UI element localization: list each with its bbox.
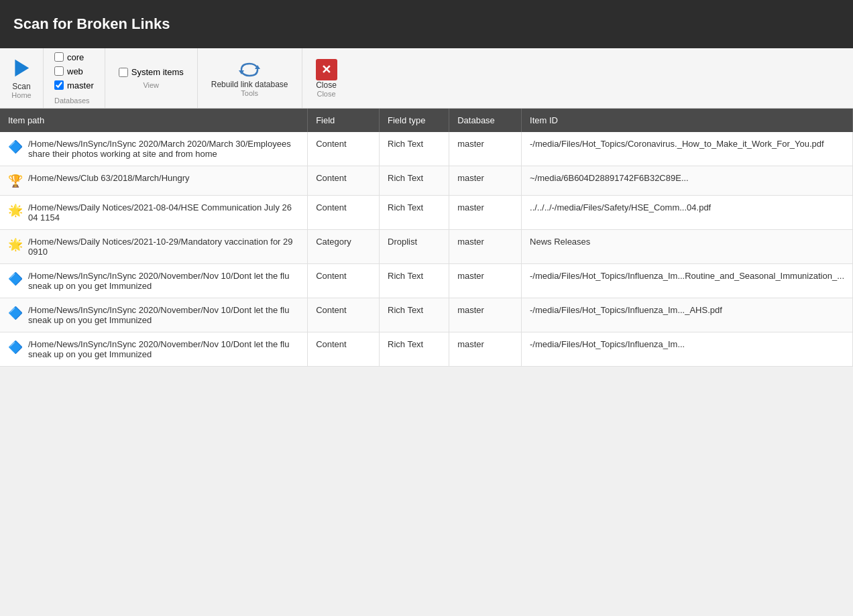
- item-path-text: /Home/News/Daily Notices/2021-08-04/HSE …: [28, 202, 299, 223]
- row-icon: 🔷: [8, 306, 23, 320]
- cell-item-path: 🔷/Home/News/InSync/InSync 2020/November/…: [0, 298, 308, 332]
- row-icon: 🔷: [8, 139, 23, 154]
- cell-database: master: [449, 332, 522, 367]
- table-row[interactable]: 🔷/Home/News/InSync/InSync 2020/March 202…: [0, 132, 853, 166]
- results-table-container: Item path Field Field type Database Item…: [0, 109, 853, 367]
- tools-label: Tools: [241, 89, 258, 97]
- row-icon: 🔷: [8, 340, 23, 355]
- core-label: core: [67, 52, 84, 62]
- web-checkbox-label[interactable]: web: [54, 66, 83, 76]
- web-label: web: [67, 66, 83, 76]
- close-label: Close: [316, 80, 337, 90]
- rebuild-label: Rebuild link database: [211, 80, 288, 89]
- item-path-text: /Home/News/Daily Notices/2021-10-29/Mand…: [28, 237, 299, 257]
- cell-item-path: 🔷/Home/News/InSync/InSync 2020/November/…: [0, 264, 308, 298]
- core-checkbox[interactable]: [54, 52, 64, 62]
- scan-sublabel: Home: [11, 91, 31, 99]
- table-header-row: Item path Field Field type Database Item…: [0, 109, 853, 132]
- cell-item-id: News Releases: [522, 230, 853, 264]
- col-header-item-path: Item path: [0, 109, 308, 132]
- close-button[interactable]: ✕ Close Close: [302, 48, 351, 108]
- row-icon: 🏆: [8, 174, 23, 188]
- cell-item-id: ../../../-/media/Files/Safety/HSE_Comm..…: [522, 196, 853, 230]
- row-icon: 🌟: [8, 237, 23, 252]
- item-path-text: /Home/News/InSync/InSync 2020/November/N…: [28, 305, 299, 325]
- cell-database: master: [449, 132, 522, 166]
- cell-item-path: 🌟/Home/News/Daily Notices/2021-08-04/HSE…: [0, 196, 308, 230]
- rebuild-button[interactable]: Rebuild link database Tools: [198, 48, 302, 108]
- web-checkbox[interactable]: [54, 66, 64, 76]
- table-row[interactable]: 🔷/Home/News/InSync/InSync 2020/November/…: [0, 298, 853, 332]
- results-table: Item path Field Field type Database Item…: [0, 109, 853, 367]
- toolbar: Scan Home core web master Databases Syst…: [0, 48, 853, 109]
- databases-label: Databases: [54, 97, 94, 105]
- cell-item-id: -/media/Files/Hot_Topics/Influenza_Im...…: [522, 264, 853, 298]
- item-path-text: /Home/News/InSync/InSync 2020/November/N…: [28, 339, 299, 359]
- cell-field: Content: [308, 166, 380, 196]
- system-items-checkbox[interactable]: [119, 68, 128, 77]
- cell-field: Category: [308, 230, 380, 264]
- cell-field-type: Rich Text: [380, 196, 449, 230]
- cell-field-type: Rich Text: [380, 166, 449, 196]
- cell-field: Content: [308, 332, 380, 367]
- databases-section: core web master Databases: [44, 48, 105, 108]
- row-icon: 🌟: [8, 203, 23, 218]
- cell-database: master: [449, 298, 522, 332]
- table-row[interactable]: 🔷/Home/News/InSync/InSync 2020/November/…: [0, 332, 853, 367]
- cell-database: master: [449, 166, 522, 196]
- cell-item-id: -/media/Files/Hot_Topics/Influenza_Im...: [522, 332, 853, 367]
- table-row[interactable]: 🌟/Home/News/Daily Notices/2021-08-04/HSE…: [0, 196, 853, 230]
- cell-item-path: 🏆/Home/News/Club 63/2018/March/Hungry: [0, 166, 308, 196]
- cell-database: master: [449, 264, 522, 298]
- item-path-text: /Home/News/InSync/InSync 2020/November/N…: [28, 271, 299, 291]
- cell-field: Content: [308, 196, 380, 230]
- rebuild-icon: [237, 60, 262, 80]
- view-label: View: [143, 81, 159, 89]
- scan-button[interactable]: Scan Home: [0, 48, 44, 108]
- cell-field-type: Rich Text: [380, 298, 449, 332]
- col-header-field: Field: [308, 109, 380, 132]
- master-checkbox-label[interactable]: master: [54, 80, 94, 90]
- system-items-label[interactable]: System items: [119, 67, 184, 77]
- col-header-database: Database: [449, 109, 522, 132]
- cell-field-type: Rich Text: [380, 132, 449, 166]
- cell-database: master: [449, 196, 522, 230]
- item-path-text: /Home/News/Club 63/2018/March/Hungry: [28, 173, 190, 183]
- system-items-text: System items: [131, 67, 184, 77]
- master-checkbox[interactable]: [54, 80, 64, 90]
- view-section: System items View: [105, 48, 198, 108]
- item-path-text: /Home/News/InSync/InSync 2020/March 2020…: [28, 139, 299, 159]
- close-sublabel: Close: [317, 90, 335, 98]
- title-bar: Scan for Broken Links: [0, 0, 853, 48]
- row-icon: 🔷: [8, 271, 23, 286]
- cell-item-id: -/media/Files/Hot_Topics/Influenza_Im...…: [522, 298, 853, 332]
- page-title: Scan for Broken Links: [13, 15, 170, 33]
- table-row[interactable]: 🏆/Home/News/Club 63/2018/March/HungryCon…: [0, 166, 853, 196]
- cell-item-id: -/media/Files/Hot_Topics/Coronavirus._Ho…: [522, 132, 853, 166]
- cell-field-type: Rich Text: [380, 264, 449, 298]
- cell-field: Content: [308, 298, 380, 332]
- cell-item-path: 🔷/Home/News/InSync/InSync 2020/March 202…: [0, 132, 308, 166]
- scan-label: Scan: [12, 82, 30, 91]
- core-checkbox-label[interactable]: core: [54, 52, 84, 62]
- cell-field-type: Rich Text: [380, 332, 449, 367]
- close-icon: ✕: [316, 59, 337, 80]
- master-label: master: [67, 80, 94, 90]
- col-header-field-type: Field type: [380, 109, 449, 132]
- cell-field: Content: [308, 264, 380, 298]
- cell-item-id: ~/media/6B604D28891742F6B32C89E...: [522, 166, 853, 196]
- cell-item-path: 🔷/Home/News/InSync/InSync 2020/November/…: [0, 332, 308, 367]
- cell-database: master: [449, 230, 522, 264]
- cell-item-path: 🌟/Home/News/Daily Notices/2021-10-29/Man…: [0, 230, 308, 264]
- table-row[interactable]: 🌟/Home/News/Daily Notices/2021-10-29/Man…: [0, 230, 853, 264]
- play-icon: [11, 58, 32, 79]
- table-row[interactable]: 🔷/Home/News/InSync/InSync 2020/November/…: [0, 264, 853, 298]
- col-header-item-id: Item ID: [522, 109, 853, 132]
- cell-field: Content: [308, 132, 380, 166]
- cell-field-type: Droplist: [380, 230, 449, 264]
- database-checkboxes: core web master: [54, 52, 94, 90]
